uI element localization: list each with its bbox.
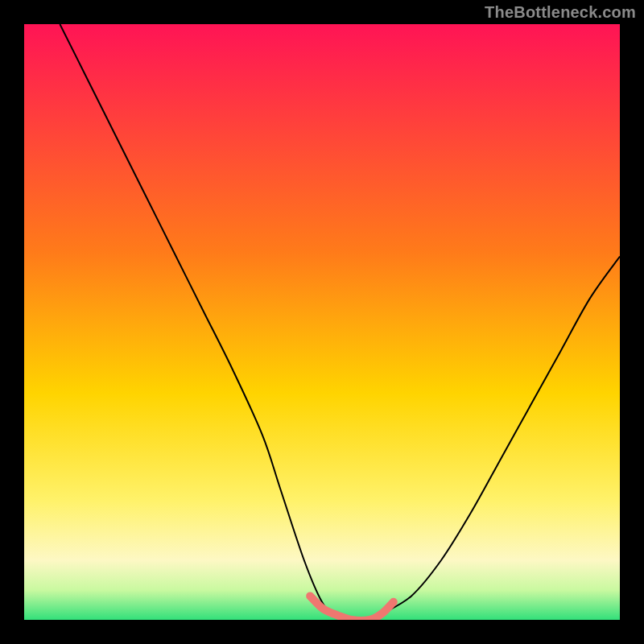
gradient-background bbox=[24, 24, 620, 620]
watermark-text: TheBottleneck.com bbox=[485, 3, 636, 22]
plot-area bbox=[24, 24, 620, 620]
chart-stage: TheBottleneck.com bbox=[0, 0, 644, 644]
bottleneck-chart bbox=[24, 24, 620, 620]
